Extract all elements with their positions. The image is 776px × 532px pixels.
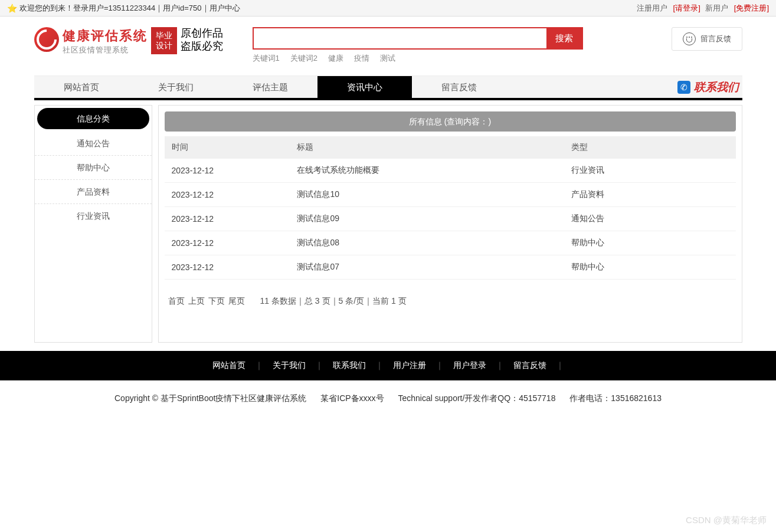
- data-table: 时间 标题 类型 2023-12-12在线考试系统功能概要行业资讯2023-12…: [165, 136, 736, 280]
- footer-sep: ｜: [371, 360, 388, 370]
- sidebar-item-notice[interactable]: 通知公告: [35, 132, 152, 156]
- main-panel: 所有信息 (查询内容：) 时间 标题 类型 2023-12-12在线考试系统功能…: [158, 105, 742, 343]
- header: 健康评估系统 社区疫情管理系统 毕业 设计 原创作品 盗版必究 搜索 关键词1 …: [34, 17, 742, 70]
- cell-time: 2023-12-12: [165, 255, 290, 280]
- page-prev[interactable]: 上页: [188, 296, 205, 307]
- cell-type: 产品资料: [564, 183, 735, 207]
- search-input[interactable]: [254, 28, 546, 48]
- footer-nav: 网站首页｜关于我们｜联系我们｜用户注册｜用户登录｜留言反馈｜: [0, 351, 776, 380]
- footer-link[interactable]: 网站首页: [208, 360, 250, 370]
- cell-time: 2023-12-12: [165, 159, 290, 183]
- search-button[interactable]: 搜索: [546, 28, 582, 48]
- footer-sep: ｜: [551, 360, 569, 370]
- cell-type: 帮助中心: [564, 255, 735, 280]
- phone-text: 作者电话：13516821613: [569, 393, 662, 403]
- phone-icon: ✆: [677, 81, 690, 94]
- sidebar-item-industry[interactable]: 行业资讯: [35, 204, 152, 228]
- col-type: 类型: [564, 136, 735, 159]
- col-title: 标题: [290, 136, 564, 159]
- headset-icon: [683, 32, 696, 45]
- table-row[interactable]: 2023-12-12测试信息07帮助中心: [165, 255, 736, 280]
- cell-title: 测试信息10: [290, 183, 564, 207]
- navbar: 网站首页 关于我们 评估主题 资讯中心 留言反馈 ✆ 联系我们: [34, 75, 742, 100]
- slogan-line2: 盗版必究: [181, 40, 223, 53]
- footer-link[interactable]: 留言反馈: [509, 360, 551, 370]
- search-box: 搜索: [253, 27, 583, 50]
- pagination: 首页 上页 下页 尾页 11 条数据｜总 3 页｜5 条/页｜当前 1 页: [165, 296, 736, 307]
- page-next[interactable]: 下页: [208, 296, 225, 307]
- logo-title: 健康评估系统: [63, 27, 148, 45]
- welcome-text: 欢迎您的到来！登录用户=13511223344｜用户id=750｜用户中心: [19, 0, 240, 17]
- topbar-right: 注册用户 [请登录] 新用户 [免费注册]: [637, 0, 769, 16]
- keyword-link[interactable]: 关键词2: [290, 53, 317, 64]
- nav-feedback[interactable]: 留言反馈: [412, 76, 506, 98]
- table-row[interactable]: 2023-12-12在线考试系统功能概要行业资讯: [165, 159, 736, 183]
- new-user-label: 新用户: [705, 0, 728, 17]
- footer-link[interactable]: 用户登录: [448, 360, 491, 370]
- keyword-link[interactable]: 测试: [380, 53, 395, 64]
- graduation-badge: 毕业 设计: [151, 27, 177, 54]
- table-row[interactable]: 2023-12-12测试信息08帮助中心: [165, 231, 736, 255]
- logo-subtitle: 社区疫情管理系统: [63, 45, 148, 55]
- cell-title: 在线考试系统功能概要: [290, 159, 564, 183]
- col-time: 时间: [165, 136, 290, 159]
- nav-home[interactable]: 网站首页: [34, 76, 129, 98]
- footer-sep: ｜: [431, 360, 448, 370]
- sidebar-item-product[interactable]: 产品资料: [35, 180, 152, 204]
- sidebar-title: 信息分类: [37, 108, 149, 129]
- keyword-link[interactable]: 关键词1: [253, 53, 280, 64]
- content: 信息分类 通知公告 帮助中心 产品资料 行业资讯 所有信息 (查询内容：) 时间…: [34, 105, 742, 343]
- cell-time: 2023-12-12: [165, 231, 290, 255]
- nav-about[interactable]: 关于我们: [129, 76, 223, 98]
- slogan: 原创作品 盗版必究: [181, 27, 223, 52]
- page-info: 11 条数据｜总 3 页｜5 条/页｜当前 1 页: [260, 296, 407, 307]
- page-first[interactable]: 首页: [168, 296, 185, 307]
- footer-sep: ｜: [250, 360, 268, 370]
- nav-topics[interactable]: 评估主题: [223, 76, 317, 98]
- footer-link[interactable]: 用户注册: [388, 360, 431, 370]
- cell-title: 测试信息08: [290, 231, 564, 255]
- feedback-label: 留言反馈: [700, 34, 731, 44]
- star-icon: ⭐: [7, 0, 17, 17]
- register-link[interactable]: [免费注册]: [734, 0, 769, 17]
- login-link[interactable]: [请登录]: [673, 0, 700, 17]
- cell-type: 帮助中心: [564, 231, 735, 255]
- badge-line1: 毕业: [156, 31, 172, 41]
- search-keywords: 关键词1 关键词2 健康 疫情 测试: [253, 53, 583, 64]
- cell-type: 行业资讯: [564, 159, 735, 183]
- contact-label: 联系我们: [694, 80, 739, 95]
- feedback-button[interactable]: 留言反馈: [672, 27, 742, 51]
- badge-line2: 设计: [156, 41, 172, 51]
- slogan-line1: 原创作品: [181, 27, 223, 40]
- cell-title: 测试信息07: [290, 255, 564, 280]
- support-text: Technical support/开发作者QQ：45157718: [398, 393, 556, 403]
- cell-title: 测试信息09: [290, 207, 564, 231]
- contact-us[interactable]: ✆ 联系我们: [677, 80, 742, 95]
- sidebar: 信息分类 通知公告 帮助中心 产品资料 行业资讯: [34, 105, 152, 343]
- sidebar-item-help[interactable]: 帮助中心: [35, 156, 152, 180]
- cell-type: 通知公告: [564, 207, 735, 231]
- footer-link[interactable]: 联系我们: [328, 360, 371, 370]
- nav-news[interactable]: 资讯中心: [317, 76, 412, 98]
- logo-icon: [34, 27, 59, 52]
- topbar: ⭐ 欢迎您的到来！登录用户=13511223344｜用户id=750｜用户中心 …: [0, 0, 776, 17]
- cell-time: 2023-12-12: [165, 207, 290, 231]
- copyright: Copyright © 基于SprintBoot疫情下社区健康评估系统 某省IC…: [0, 380, 776, 417]
- footer-sep: ｜: [491, 360, 509, 370]
- search-wrap: 搜索 关键词1 关键词2 健康 疫情 测试: [253, 27, 583, 64]
- page-last[interactable]: 尾页: [228, 296, 245, 307]
- registered-label: 注册用户: [637, 0, 667, 17]
- copyright-text: Copyright © 基于SprintBoot疫情下社区健康评估系统: [114, 393, 306, 403]
- cell-time: 2023-12-12: [165, 183, 290, 207]
- table-row[interactable]: 2023-12-12测试信息09通知公告: [165, 207, 736, 231]
- logo-block: 健康评估系统 社区疫情管理系统 毕业 设计 原创作品 盗版必究: [34, 27, 223, 55]
- table-row[interactable]: 2023-12-12测试信息10产品资料: [165, 183, 736, 207]
- icp-text: 某省ICP备xxxx号: [320, 393, 384, 403]
- topbar-left: ⭐ 欢迎您的到来！登录用户=13511223344｜用户id=750｜用户中心: [7, 0, 240, 16]
- keyword-link[interactable]: 健康: [328, 53, 343, 64]
- keyword-link[interactable]: 疫情: [354, 53, 369, 64]
- footer-link[interactable]: 关于我们: [268, 360, 310, 370]
- main-header: 所有信息 (查询内容：): [165, 111, 736, 132]
- footer-sep: ｜: [310, 360, 328, 370]
